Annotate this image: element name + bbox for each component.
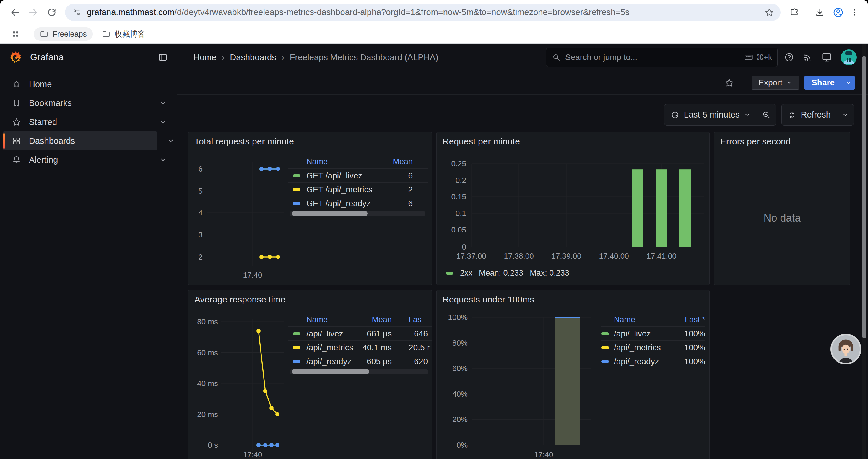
legend-row[interactable]: /api/_livez 100% [601, 327, 705, 340]
panel-title[interactable]: Requests under 100ms [442, 294, 534, 304]
col-name[interactable]: Name [306, 315, 328, 324]
legend-row[interactable]: /api/_metrics 100% [601, 340, 705, 355]
legend-scrollbar[interactable] [289, 211, 426, 216]
export-button[interactable]: Export [752, 76, 799, 90]
y-tick: 0.2 [456, 176, 466, 185]
floating-assistant-avatar[interactable] [831, 334, 861, 364]
series-name[interactable]: GET /api/_readyz [306, 199, 370, 208]
y-tick: 0% [457, 441, 468, 450]
legend-row[interactable]: GET /api/_readyz 6 [288, 196, 428, 210]
expand-chevron-icon[interactable] [159, 155, 167, 164]
scrollbar-thumb[interactable] [292, 211, 368, 216]
col-name[interactable]: Name [614, 315, 635, 324]
extensions-button[interactable] [786, 4, 802, 21]
sidebar-item-dashboards[interactable]: Dashboards [3, 131, 157, 150]
col-mean[interactable]: Mean [393, 157, 413, 166]
apps-button[interactable] [9, 27, 23, 41]
news-rss-icon[interactable] [802, 52, 813, 63]
x-tick: 17:40 [243, 450, 262, 459]
breadcrumb-home[interactable]: Home [193, 53, 216, 62]
help-icon[interactable] [783, 52, 795, 63]
bar-chart[interactable]: 0.25 0.2 0.15 0.1 0.05 0 17:37:00 17:38:… [437, 132, 710, 285]
series-name[interactable]: /api/_metrics [614, 343, 661, 352]
col-mean[interactable]: Mean [372, 315, 392, 324]
y-tick: 0 s [208, 441, 218, 450]
dock-menu-button[interactable] [157, 52, 168, 63]
breadcrumb-dashboards[interactable]: Dashboards [230, 53, 276, 62]
y-tick: 80% [452, 338, 468, 347]
series-swatch [293, 346, 301, 349]
page-scrollbar-thumb[interactable] [862, 56, 866, 338]
series-name[interactable]: /api/_metrics [306, 343, 353, 352]
time-range-picker[interactable]: Last 5 minutes [664, 104, 757, 125]
legend-table: Name Mean GET /api/_livez 6 GET /api/_me… [288, 155, 428, 210]
sidebar-item-starred[interactable]: Starred [3, 112, 173, 131]
user-avatar[interactable] [840, 49, 857, 66]
sidebar-item-label: Home [29, 79, 52, 89]
grafana-app: Grafana Home Bookmarks Starred [0, 44, 868, 459]
sidebar-item-alerting[interactable]: Alerting [3, 150, 173, 169]
reload-icon [46, 7, 57, 18]
series-name[interactable]: /api/_livez [306, 329, 343, 338]
legend-row[interactable]: /api/_readyz 100% [601, 355, 705, 368]
bookmark-folder-blogs[interactable]: 收藏博客 [96, 28, 151, 41]
legend-row[interactable]: /api/_metrics 40.1 ms 20.5 r [288, 340, 432, 355]
refresh-button[interactable]: Refresh [782, 104, 837, 125]
sidebar-brand-row: Grafana [0, 44, 177, 71]
x-tick: 17:40:00 [599, 252, 629, 261]
sidebar-item-home[interactable]: Home [3, 75, 173, 94]
series-name[interactable]: 2xx [460, 268, 472, 277]
share-button[interactable]: Share [804, 76, 842, 90]
kiosk-monitor-icon[interactable] [821, 52, 833, 63]
series-name[interactable]: /api/_readyz [306, 357, 351, 366]
browser-menu-button[interactable] [848, 4, 861, 21]
sidebar-item-bookmarks[interactable]: Bookmarks [3, 94, 173, 112]
home-icon [12, 79, 21, 89]
site-settings-icon[interactable] [71, 7, 82, 18]
dashboards-grid-icon [12, 136, 21, 145]
col-last[interactable]: Last * [685, 315, 705, 324]
series-name[interactable]: GET /api/_livez [306, 171, 362, 181]
refresh-interval-button[interactable] [837, 104, 854, 125]
series-lines [259, 167, 280, 259]
legend-row[interactable]: GET /api/_metrics 2 [288, 183, 428, 196]
scrollbar-thumb[interactable] [292, 369, 369, 374]
panel-title[interactable]: Total requests per minute [194, 136, 294, 146]
panel-title[interactable]: Errors per second [720, 136, 790, 146]
y-tick: 0 [462, 242, 466, 251]
series-name[interactable]: GET /api/_metrics [306, 185, 373, 194]
legend-row[interactable]: GET /api/_livez 6 [288, 169, 428, 183]
legend-row[interactable]: /api/_readyz 605 µs 620 [288, 355, 432, 368]
y-tick: 40% [452, 390, 468, 398]
url-path: /d/deytv4rwavabkb/freeleaps-metrics-dash… [175, 7, 629, 17]
reload-button[interactable] [44, 4, 60, 21]
url-text[interactable]: grafana.mathmast.com/d/deytv4rwavabkb/fr… [87, 7, 762, 17]
col-name[interactable]: Name [306, 157, 328, 166]
profile-button[interactable] [830, 4, 846, 21]
search-input[interactable]: Search or jump to... ⌘+k [546, 47, 778, 67]
forward-button[interactable] [25, 4, 41, 21]
favorite-star-button[interactable] [724, 78, 734, 88]
series-max: Max: 0.233 [530, 268, 569, 277]
zoom-out-button[interactable] [757, 104, 776, 125]
panel-title[interactable]: Request per minute [442, 136, 520, 146]
bookmark-page-button[interactable] [762, 5, 776, 20]
expand-chevron-icon[interactable] [159, 99, 167, 107]
panel-title[interactable]: Average response time [194, 294, 285, 304]
downloads-button[interactable] [812, 4, 828, 21]
series-name[interactable]: /api/_readyz [614, 357, 659, 366]
share-dropdown-button[interactable] [842, 76, 855, 90]
url-domain: grafana.mathmast.com [87, 7, 175, 17]
back-button[interactable] [7, 4, 23, 21]
col-last[interactable]: Las [409, 315, 422, 324]
legend-row[interactable]: /api/_livez 661 µs 646 [288, 327, 432, 340]
series-name[interactable]: /api/_livez [614, 329, 651, 338]
expand-chevron-icon[interactable] [166, 136, 175, 145]
bookmark-folder-freeleaps[interactable]: Freeleaps [34, 28, 93, 41]
url-bar[interactable]: grafana.mathmast.com/d/deytv4rwavabkb/fr… [65, 4, 780, 21]
legend-scrollbar[interactable] [289, 369, 428, 374]
grafana-logo[interactable] [9, 51, 23, 64]
expand-chevron-icon[interactable] [159, 118, 167, 126]
y-tick: 0.25 [451, 159, 466, 168]
x-tick: 17:37:00 [456, 252, 486, 261]
